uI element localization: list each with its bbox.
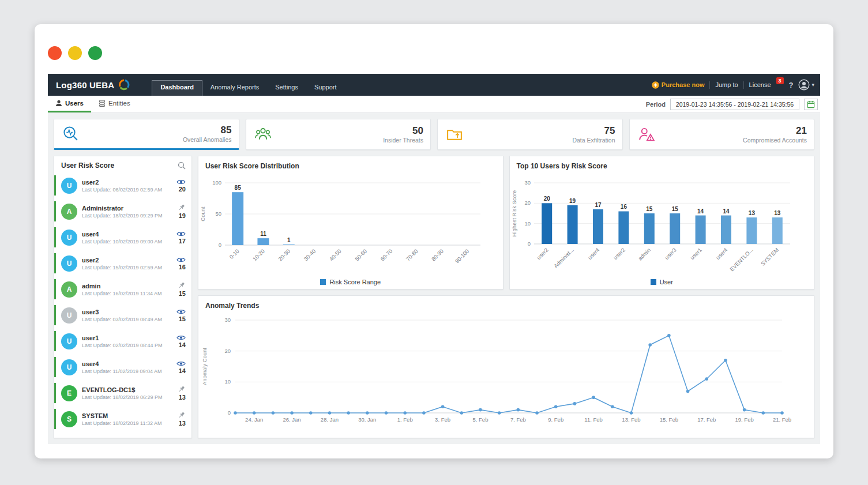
period-label: Period [646,101,666,108]
period-selector: Period [646,96,820,112]
caret-down-icon: ▾ [811,82,814,88]
svg-text:15: 15 [646,206,653,212]
svg-text:13: 13 [748,210,755,216]
pin-icon[interactable] [178,204,186,212]
dashboard-content: 85 Overall Anomalies [48,113,820,444]
app-logo: Log360 UEBA [48,74,138,96]
overall-anomalies-label: Overall Anomalies [183,136,232,143]
eye-icon[interactable] [176,360,186,367]
svg-text:20: 20 [524,200,531,206]
user-score-block: 20 [176,179,186,193]
nav-tab-support[interactable]: Support [306,80,345,96]
risk-list-item[interactable]: U user4 Last Update: 11/02/2019 09:04 AM… [54,354,191,380]
card-insider-threats[interactable]: 50 Insider Threats [246,119,431,150]
svg-text:0: 0 [228,409,231,416]
jump-to-link[interactable]: Jump to [715,81,738,88]
distribution-legend: Risk Score Range [198,279,503,285]
risk-list-item[interactable]: U user2 Last Update: 06/02/2019 02:59 AM… [54,172,191,198]
card-value-block: 85 Overall Anomalies [183,125,232,143]
card-compromised-accounts[interactable]: 21 Compromised Accounts [629,119,815,150]
top-users-chart[interactable]: 010203020user219Administ...17user416user… [510,172,798,276]
tab-users-label: Users [65,100,84,107]
svg-text:10-20: 10-20 [251,248,266,262]
tab-entities[interactable]: Entities [91,96,138,112]
user-name: Administrator [82,205,157,212]
svg-text:90-100: 90-100 [454,248,471,265]
svg-text:13. Feb: 13. Feb [622,416,640,423]
nav-tab-anomaly-reports[interactable]: Anomaly Reports [202,80,267,96]
user-account-menu[interactable]: ▾ [798,79,814,91]
risk-list-item[interactable]: A admin Last Update: 16/02/2019 11:34 AM… [54,276,191,302]
eye-icon[interactable] [176,179,186,185]
user-name: admin [82,283,157,290]
svg-text:24. Jan: 24. Jan [245,416,263,423]
folder-export-icon [445,126,464,143]
app-root: Log360 UEBA Dashboard Anomaly Reports Se… [48,74,820,444]
user-score-block: 16 [176,257,186,270]
close-window-button[interactable] [48,46,62,60]
svg-text:10: 10 [524,220,531,227]
maximize-window-button[interactable] [88,46,102,60]
minimize-window-button[interactable] [68,46,82,60]
legend-label: User [660,279,673,285]
risk-list-item[interactable]: S SYSTEM Last Update: 18/02/2019 11:32 A… [54,406,191,432]
purchase-now-link[interactable]: Purchase now [652,81,705,89]
user-name: SYSTEM [82,412,157,419]
purchase-now-label: Purchase now [662,81,705,88]
svg-text:16: 16 [620,204,627,210]
license-link[interactable]: License [749,81,771,88]
notification-count-badge[interactable]: 3 [776,77,784,84]
risk-list-item[interactable]: U user1 Last Update: 02/02/2019 08:44 PM… [54,328,191,354]
user-last-update: Last Update: 03/02/2019 08:49 AM [82,317,162,322]
svg-text:user4: user4 [714,247,728,261]
pin-icon[interactable] [178,282,186,290]
legend-label: Risk Score Range [329,279,381,285]
svg-text:30-40: 30-40 [302,248,317,262]
user-last-update: Last Update: 06/02/2019 02:59 AM [82,187,162,193]
svg-text:11. Feb: 11. Feb [584,416,603,423]
svg-text:20: 20 [224,348,231,354]
period-range-input[interactable] [670,99,799,110]
user-risk-score: 16 [179,264,186,270]
topbar-right-actions: Purchase now Jump to License 3 ? ▾ [652,74,820,96]
card-overall-anomalies[interactable]: 85 Overall Anomalies [54,119,239,150]
risk-list-item[interactable]: U user4 Last Update: 10/02/2019 09:00 AM… [54,224,191,250]
pin-icon[interactable] [178,412,186,419]
insider-threats-label: Insider Threats [383,137,423,144]
risk-list-item[interactable]: A Administrator Last Update: 18/02/2019 … [54,198,191,224]
svg-text:20-30: 20-30 [277,248,291,262]
calendar-button[interactable] [804,99,818,110]
risk-list-item[interactable]: E EVENTLOG-DC1$ Last Update: 18/02/2019 … [54,380,191,406]
eye-icon[interactable] [176,257,186,263]
compromised-accounts-label: Compromised Accounts [743,137,807,144]
svg-text:100: 100 [212,179,221,186]
risk-list-item[interactable]: U user2 Last Update: 15/02/2019 02:59 AM… [54,250,191,276]
svg-text:1: 1 [287,237,291,243]
user-score-block: 17 [176,231,186,245]
risk-distribution-chart[interactable]: 050100850-101110-20120-3030-4040-5050-60… [198,172,490,276]
eye-icon[interactable] [176,231,186,237]
tab-users[interactable]: Users [48,96,91,112]
sub-navigation-bar: Users Entities Period [48,96,820,113]
user-avatar: U [61,307,77,324]
app-logo-text: Log360 UEBA [56,80,114,90]
nav-tab-dashboard[interactable]: Dashboard [152,80,202,96]
anomaly-trends-panel: Anomaly Trends 010203024. Jan26. Jan28. … [198,295,814,438]
user-name: user2 [82,257,157,264]
nav-tab-settings[interactable]: Settings [267,80,306,96]
pin-icon[interactable] [178,386,186,393]
risk-list-item[interactable]: U user3 Last Update: 03/02/2019 08:49 AM… [54,302,191,328]
eye-icon[interactable] [176,334,186,341]
person-icon [55,100,62,107]
eye-icon[interactable] [176,309,186,315]
svg-text:14: 14 [697,208,704,215]
search-icon[interactable] [178,161,186,170]
card-data-exfiltration[interactable]: 75 Data Exfiltration [437,119,623,150]
svg-text:user1: user1 [689,247,703,261]
help-button[interactable]: ? [789,81,794,89]
svg-text:Anomaly Count: Anomaly Count [201,348,208,385]
legend-swatch [651,279,656,285]
risk-distribution-panel: User Risk Score Distribution 050100850-1… [198,156,503,290]
anomaly-trends-chart[interactable]: 010203024. Jan26. Jan28. Jan30. Jan1. Fe… [198,312,798,430]
svg-text:30: 30 [524,179,531,186]
